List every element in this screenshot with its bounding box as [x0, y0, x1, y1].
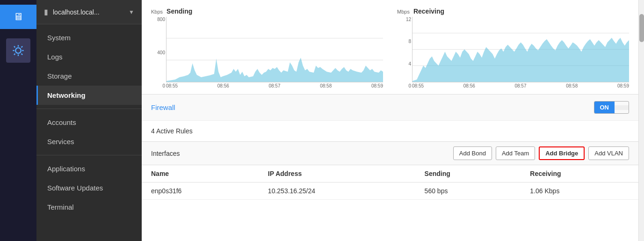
col-header-sending: Sending — [415, 165, 521, 183]
svg-line-5 — [14, 46, 15, 47]
svg-line-8 — [22, 46, 22, 47]
sending-title: Sending — [166, 7, 192, 15]
row-sending: 560 bps — [415, 183, 521, 200]
scrollbar[interactable] — [638, 0, 644, 241]
add-vlan-button[interactable]: Add VLAN — [588, 146, 629, 160]
sidebar-item-logs[interactable]: Logs — [36, 47, 142, 66]
receiving-chart-svg — [412, 17, 629, 82]
active-rules-section: 4 Active Rules — [142, 120, 638, 141]
charts-row: Kbps Sending 800 400 0 — [142, 0, 638, 94]
interfaces-section: Interfaces Add Bond Add Team Add Bridge … — [142, 141, 638, 200]
icon-bar-top: 🖥 — [0, 5, 36, 29]
add-bridge-button[interactable]: Add Bridge — [539, 146, 585, 160]
sidebar-item-softwareupdates[interactable]: Software Updates — [36, 178, 142, 197]
receiving-y-labels: 12 8 4 0 — [398, 17, 411, 88]
active-rules-text: 4 Active Rules — [151, 127, 193, 135]
firewall-toggle[interactable]: ON — [594, 101, 630, 114]
sidebar-item-system[interactable]: System — [36, 28, 142, 47]
sidebar-divider-1 — [36, 109, 142, 109]
svg-point-0 — [15, 48, 21, 53]
scrollbar-thumb[interactable] — [639, 14, 644, 42]
sidebar-item-terminal[interactable]: Terminal — [36, 197, 142, 217]
svg-line-7 — [14, 54, 15, 55]
interfaces-buttons: Add Bond Add Team Add Bridge Add VLAN — [453, 146, 629, 160]
add-team-button[interactable]: Add Team — [496, 146, 535, 160]
receiving-x-labels: 08:55 08:56 08:57 08:58 08:59 — [412, 82, 629, 88]
sending-chart-container: Kbps Sending 800 400 0 — [151, 7, 383, 88]
svg-marker-15 — [412, 38, 629, 82]
receiving-title: Receiving — [413, 7, 444, 15]
receiving-chart-area — [412, 17, 629, 82]
interfaces-title: Interfaces — [151, 150, 180, 157]
sidebar-item-services[interactable]: Services — [36, 132, 142, 151]
receiving-chart-container: Mbps Receiving 12 8 4 0 — [397, 7, 629, 88]
sidebar-item-storage[interactable]: Storage — [36, 66, 142, 86]
sending-chart-area — [166, 17, 383, 82]
row-receiving: 1.06 Kbps — [521, 183, 638, 200]
sending-y-labels: 800 400 0 — [152, 17, 165, 88]
row-ip: 10.253.16.25/24 — [259, 183, 415, 200]
firewall-toggle-off[interactable] — [615, 105, 629, 110]
interfaces-table-body: enp0s31f6 10.253.16.25/24 560 bps 1.06 K… — [142, 183, 638, 200]
svg-line-6 — [22, 54, 22, 55]
main-content: Kbps Sending 800 400 0 — [142, 0, 638, 241]
sidebar-host-title: localhost.local... — [53, 8, 100, 16]
add-bond-button[interactable]: Add Bond — [453, 146, 492, 160]
col-header-ip: IP Address — [259, 165, 415, 183]
sidebar-item-networking[interactable]: Networking — [36, 86, 142, 105]
col-header-receiving: Receiving — [521, 165, 638, 183]
svg-marker-11 — [166, 58, 383, 82]
sending-x-labels: 08:55 08:56 08:57 08:58 08:59 — [166, 82, 383, 88]
receiving-unit: Mbps — [397, 9, 410, 15]
interfaces-table-header-row: Name IP Address Sending Receiving — [142, 165, 638, 183]
col-header-name: Name — [142, 165, 259, 183]
firewall-toggle-on[interactable]: ON — [594, 102, 615, 113]
chevron-down-icon: ▼ — [129, 9, 134, 15]
icon-bar: 🖥 — [0, 0, 36, 241]
sidebar: ▮ localhost.local... ▼ System Logs Stora… — [36, 0, 142, 241]
row-name: enp0s31f6 — [142, 183, 259, 200]
icon-bar-palette[interactable] — [6, 38, 30, 63]
table-row: enp0s31f6 10.253.16.25/24 560 bps 1.06 K… — [142, 183, 638, 200]
sidebar-header[interactable]: ▮ localhost.local... ▼ — [36, 0, 142, 24]
sidebar-divider-2 — [36, 155, 142, 155]
interfaces-table: Name IP Address Sending Receiving enp0s3… — [142, 165, 638, 200]
interfaces-table-head: Name IP Address Sending Receiving — [142, 165, 638, 183]
sidebar-item-accounts[interactable]: Accounts — [36, 113, 142, 132]
document-icon: ▮ — [44, 7, 48, 16]
sidebar-item-applications[interactable]: Applications — [36, 159, 142, 178]
sending-chart-svg — [166, 17, 383, 82]
interfaces-header: Interfaces Add Bond Add Team Add Bridge … — [142, 142, 638, 165]
sending-unit: Kbps — [151, 9, 163, 15]
server-icon: 🖥 — [13, 11, 23, 23]
firewall-section: Firewall ON — [142, 94, 638, 120]
sidebar-nav: System Logs Storage Networking Accounts … — [36, 24, 142, 217]
firewall-link[interactable]: Firewall — [151, 103, 175, 111]
